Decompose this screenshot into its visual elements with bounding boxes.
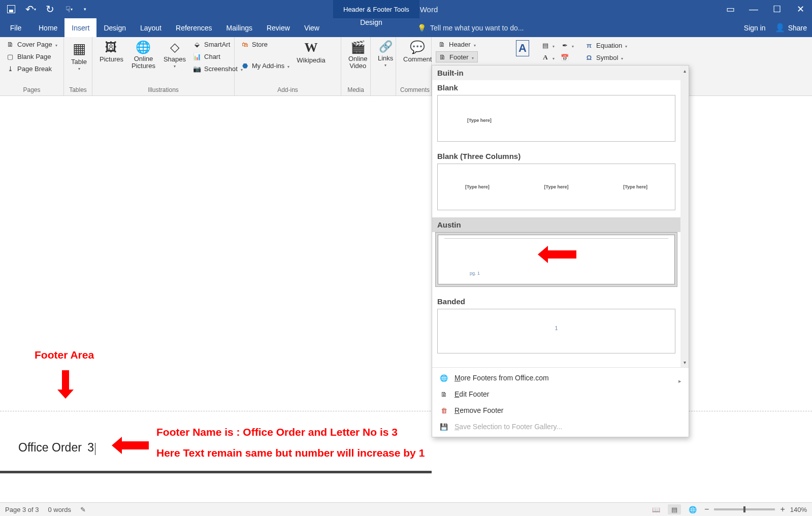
web-layout-button[interactable]: 🌐	[686, 504, 699, 514]
zoom-slider[interactable]	[714, 508, 775, 510]
zoom-out-button[interactable]: −	[704, 505, 709, 514]
group-tables: ▦ Table Tables	[64, 37, 92, 95]
quick-parts-button[interactable]: ▤	[539, 40, 557, 50]
maximize-button[interactable]: ☐	[765, 0, 789, 18]
links-button[interactable]: 🔗Links	[375, 39, 396, 69]
placeholder-text: [Type here]	[544, 184, 569, 189]
addins-icon: ⬣	[241, 61, 249, 70]
signin-link[interactable]: Sign in	[744, 24, 766, 32]
arrow-left-icon	[121, 441, 149, 449]
wikipedia-button[interactable]: WWikipedia	[294, 39, 328, 65]
edit-footer-menu[interactable]: 🗎Edit Footer	[432, 386, 689, 402]
zoom-in-button[interactable]: +	[780, 505, 785, 514]
tab-mailings[interactable]: Mailings	[219, 18, 259, 37]
footer-separator	[0, 411, 812, 411]
wikipedia-icon: W	[304, 40, 317, 55]
tab-view[interactable]: View	[297, 18, 327, 37]
read-mode-button[interactable]: 📖	[649, 504, 663, 514]
store-button[interactable]: 🛍Store	[239, 39, 291, 49]
scroll-up-button[interactable]: ▴	[681, 67, 688, 75]
ribbon-display-options-button[interactable]: ▭	[719, 0, 742, 18]
gallery-item-threecol[interactable]: [Type here] [Type here] [Type here]	[437, 164, 675, 210]
tab-review[interactable]: Review	[259, 18, 297, 37]
austin-page-label: pg. 1	[470, 271, 480, 276]
shapes-icon: ◇	[170, 40, 179, 54]
tell-me-placeholder: Tell me what you want to do...	[430, 24, 524, 32]
proofing-button[interactable]: ✎	[80, 506, 86, 513]
header-icon: 🗎	[438, 40, 446, 48]
comment-button[interactable]: 💬Comment	[400, 39, 435, 64]
my-addins-button[interactable]: ⬣My Add-ins	[239, 60, 291, 71]
print-layout-button[interactable]: ▤	[668, 504, 681, 514]
group-label-pages: Pages	[4, 86, 59, 94]
page-break-button[interactable]: ⤓Page Break	[4, 63, 59, 74]
tab-insert[interactable]: Insert	[64, 18, 96, 37]
save-icon	[7, 5, 15, 13]
quick-access-toolbar: ↶▾ ↻ ☟▾ ▾	[0, 2, 92, 16]
online-pictures-icon: 🌐	[136, 40, 151, 54]
minimize-button[interactable]: —	[742, 0, 765, 18]
document-canvas[interactable]: Office Order 3 Footer Area Footer Name i…	[0, 96, 812, 502]
save-button[interactable]	[4, 2, 18, 16]
page-indicator[interactable]: Page 3 of 3	[5, 506, 39, 513]
status-bar: Page 3 of 3 0 words ✎ 📖 ▤ 🌐 − + 140%	[0, 502, 812, 516]
tab-references[interactable]: References	[169, 18, 219, 37]
save-selection-menu: 💾Save Selection to Footer Gallery...	[432, 418, 689, 435]
symbol-button[interactable]: ΩSymbol	[583, 52, 629, 62]
group-label-comments: Comments	[400, 86, 427, 94]
banded-page-label: 1	[555, 326, 558, 331]
footer-icon: 🗎	[438, 53, 446, 61]
placeholder-text: [Type here]	[623, 184, 647, 189]
signature-icon: ✒	[561, 41, 569, 49]
online-video-button[interactable]: 🎬Online Video	[345, 39, 371, 71]
drop-cap-button[interactable]: A	[539, 52, 557, 62]
redo-button[interactable]: ↻	[43, 2, 57, 16]
symbols-group: πEquation ΩSymbol	[583, 40, 629, 62]
gallery-item-banded[interactable]: 1	[437, 309, 675, 353]
share-button[interactable]: 👤 Share	[775, 23, 807, 33]
close-button[interactable]: ✕	[789, 0, 812, 18]
tab-home[interactable]: Home	[31, 18, 64, 37]
group-addins: 🛍Store ⬣My Add-ins WWikipedia Add-ins	[235, 37, 341, 95]
cover-page-button[interactable]: 🗎Cover Page	[4, 39, 59, 49]
signature-line-button[interactable]: ✒	[559, 40, 576, 50]
undo-button[interactable]: ↶▾	[23, 2, 38, 16]
gallery-item-blank[interactable]: [Type here]	[437, 95, 675, 142]
remove-icon: 🗑	[439, 406, 448, 415]
text-box-button[interactable]: A	[513, 39, 532, 57]
store-icon: 🛍	[241, 40, 249, 48]
gallery-item-austin[interactable]: pg. 1	[435, 232, 677, 287]
touch-mode-button[interactable]: ☟▾	[62, 2, 76, 16]
placeholder-text: [Type here]	[465, 184, 490, 189]
tab-file[interactable]: File	[0, 18, 31, 37]
group-label-illustrations: Illustrations	[96, 86, 230, 94]
header-button[interactable]: 🗎Header	[436, 39, 478, 49]
blank-page-button[interactable]: ▢Blank Page	[4, 51, 59, 61]
qat-customize-button[interactable]: ▾	[81, 2, 88, 16]
page-bottom-edge	[0, 471, 432, 473]
window-controls: ▭ — ☐ ✕	[719, 0, 812, 18]
equation-button[interactable]: πEquation	[583, 40, 629, 50]
word-count[interactable]: 0 words	[48, 506, 72, 513]
tab-layout[interactable]: Layout	[133, 18, 169, 37]
tell-me-search[interactable]: 💡 Tell me what you want to do...	[417, 18, 524, 37]
shapes-button[interactable]: ◇Shapes	[160, 39, 189, 70]
screenshot-icon: 📷	[193, 64, 201, 73]
quickparts-icon: ▤	[541, 41, 549, 49]
zoom-level[interactable]: 140%	[790, 506, 807, 513]
scroll-down-button[interactable]: ▾	[681, 358, 688, 366]
tab-hf-design[interactable]: Design	[333, 18, 409, 26]
austin-divider-line	[444, 238, 668, 239]
footer-button[interactable]: 🗎Footer	[436, 51, 478, 62]
group-comments: 💬Comment Comments	[396, 37, 432, 95]
more-footers-menu[interactable]: 🌐More Footers from Office.com	[432, 370, 689, 386]
table-button[interactable]: ▦ Table	[68, 39, 90, 72]
date-time-button[interactable]: 📅	[559, 52, 576, 62]
gallery-scrollbar[interactable]: ▴ ▾	[680, 66, 689, 367]
tab-design[interactable]: Design	[96, 18, 133, 37]
remove-footer-menu[interactable]: 🗑Remove Footer	[432, 402, 689, 418]
footer-content[interactable]: Office Order 3	[18, 441, 95, 455]
online-pictures-button[interactable]: 🌐Online Pictures	[128, 39, 158, 71]
pictures-button[interactable]: 🖼Pictures	[96, 39, 126, 64]
blank-page-icon: ▢	[6, 52, 14, 60]
